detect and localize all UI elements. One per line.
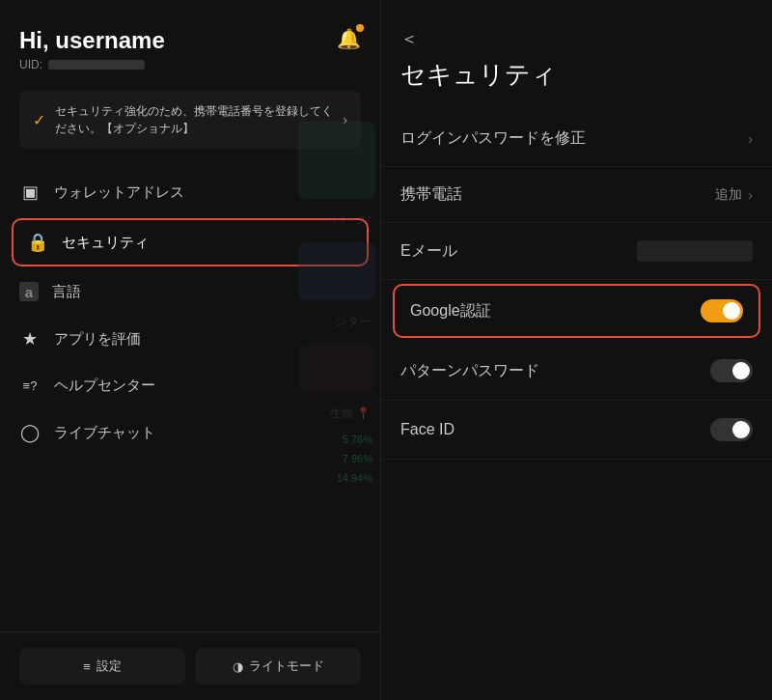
- uid-label: UID:: [19, 58, 42, 71]
- google-auth-label: Google認証: [410, 301, 491, 322]
- pattern-item[interactable]: パターンパスワード: [381, 342, 772, 401]
- sidebar-item-wallet[interactable]: ▣ ウォレットアドレス: [0, 168, 380, 216]
- face-id-item[interactable]: Face ID: [381, 401, 772, 460]
- chevron-icon: ›: [748, 131, 753, 147]
- sidebar-item-label: 言語: [52, 283, 81, 301]
- phone-right: 追加 ›: [715, 186, 753, 204]
- bell-badge: [356, 24, 364, 32]
- sidebar-item-label: ヘルプセンター: [54, 377, 155, 395]
- sidebar-item-help[interactable]: ≡? ヘルプセンター: [0, 363, 380, 408]
- login-password-item[interactable]: ログインパスワードを修正 ›: [381, 111, 772, 167]
- google-auth-toggle[interactable]: [701, 299, 743, 322]
- toggle-knob: [732, 362, 750, 379]
- login-password-label: ログインパスワードを修正: [400, 128, 586, 149]
- phone-chevron: ›: [748, 187, 753, 203]
- page-title: セキュリティ: [400, 58, 753, 92]
- sidebar-item-language[interactable]: a 言語: [0, 268, 380, 315]
- sidebar-item-rate[interactable]: ★ アプリを評価: [0, 315, 380, 363]
- uid-row: UID:: [19, 58, 165, 71]
- sidebar-item-security[interactable]: 🔒 セキュリティ: [12, 218, 369, 266]
- google-auth-item[interactable]: Google認証: [393, 284, 760, 338]
- right-header: ＜ セキュリティ: [381, 0, 772, 101]
- back-button[interactable]: ＜: [400, 27, 753, 50]
- pattern-label: パターンパスワード: [400, 361, 539, 381]
- lightmode-button[interactable]: ◑ ライトモード: [195, 648, 361, 685]
- lock-icon: 🔒: [27, 232, 48, 253]
- wallet-icon: ▣: [19, 182, 41, 203]
- phone-add-text: 追加: [715, 186, 742, 204]
- email-value-bar: [637, 240, 753, 262]
- header-area: Hi, username UID: 🔔: [0, 0, 380, 81]
- language-icon: a: [19, 282, 39, 301]
- settings-label: 設定: [96, 658, 122, 675]
- security-banner[interactable]: ✓ セキュリティ強化のため、携帯電話番号を登録してください。【オプショナル】 ›: [19, 91, 361, 149]
- shield-icon: ✓: [33, 111, 45, 129]
- user-info: Hi, username UID:: [19, 27, 165, 71]
- pattern-toggle[interactable]: [710, 359, 753, 382]
- sidebar-item-label: ウォレットアドレス: [54, 183, 184, 202]
- star-icon: ★: [19, 328, 41, 350]
- greeting: Hi, username: [19, 27, 165, 54]
- toggle-knob: [723, 302, 740, 320]
- banner-text: セキュリティ強化のため、携帯電話番号を登録してください。【オプショナル】: [55, 102, 333, 137]
- banner-arrow: ›: [343, 112, 347, 127]
- sidebar-item-chat[interactable]: ◯ ライブチャット: [0, 408, 380, 457]
- lightmode-icon: ◑: [233, 659, 243, 674]
- phone-item[interactable]: 携帯電話 追加 ›: [381, 167, 772, 223]
- bottom-bar: ≡ 設定 ◑ ライトモード: [0, 631, 380, 700]
- help-icon: ≡?: [19, 378, 41, 393]
- email-label: Eメール: [400, 241, 457, 262]
- face-id-label: Face ID: [400, 421, 455, 438]
- sidebar-item-label: セキュリティ: [62, 234, 149, 252]
- toggle-knob: [732, 421, 750, 438]
- phone-label: 携帯電話: [400, 184, 462, 205]
- uid-bar: [48, 60, 145, 70]
- settings-icon: ≡: [83, 659, 91, 674]
- sidebar-item-label: アプリを評価: [54, 330, 141, 349]
- nav-items: ▣ ウォレットアドレス 🔒 セキュリティ a 言語 ★ アプリを評価 ≡? ヘル…: [0, 168, 380, 631]
- face-id-toggle[interactable]: [710, 418, 753, 441]
- email-item[interactable]: Eメール: [381, 223, 772, 280]
- left-panel: Hi, username UID: 🔔 ✓ セキュリティ強化のため、携帯電話番号…: [0, 0, 381, 700]
- chat-icon: ◯: [19, 422, 41, 443]
- sidebar-item-label: ライブチャット: [54, 424, 155, 442]
- settings-list: ログインパスワードを修正 › 携帯電話 追加 › Eメール Google認証: [381, 111, 772, 700]
- right-panel: ＜ セキュリティ ログインパスワードを修正 › 携帯電話 追加 › Eメール G…: [381, 0, 772, 700]
- lightmode-label: ライトモード: [249, 658, 324, 675]
- settings-button[interactable]: ≡ 設定: [19, 648, 185, 685]
- bell-icon[interactable]: 🔔: [337, 27, 361, 50]
